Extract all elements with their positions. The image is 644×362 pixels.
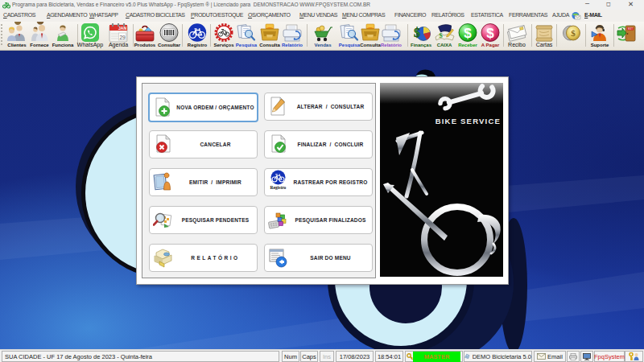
svg-text:$: $ xyxy=(414,26,420,39)
svg-text:29: 29 xyxy=(119,35,126,40)
svg-text:EXIT: EXIT xyxy=(628,27,634,31)
svg-text:$: $ xyxy=(571,28,576,38)
svg-text:$: $ xyxy=(439,31,443,39)
svg-text:JAN: JAN xyxy=(118,26,126,31)
svg-text:$: $ xyxy=(464,26,472,41)
svg-text:$: $ xyxy=(486,26,494,41)
svg-text:BIKE SERVICE: BIKE SERVICE xyxy=(436,117,501,125)
svg-text:Registro: Registro xyxy=(270,185,287,190)
